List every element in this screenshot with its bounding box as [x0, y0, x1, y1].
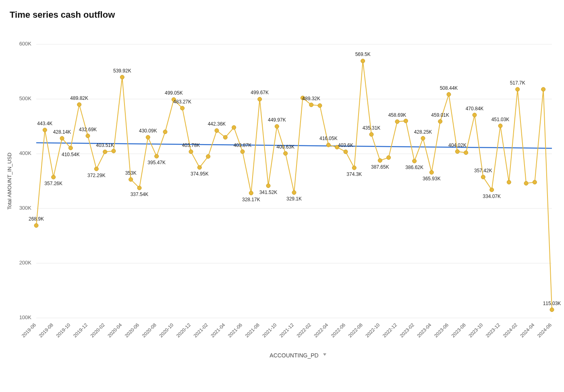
data-label: 334.07K — [483, 194, 501, 199]
data-point[interactable] — [34, 223, 38, 227]
data-point[interactable] — [481, 175, 485, 179]
x-tick-label: 2023-06 — [433, 322, 450, 338]
data-label: 403.78K — [182, 142, 200, 148]
chart-plot-area: 100K200K300K400K500K600K268.9K443.4K357.… — [0, 32, 564, 362]
x-tick-label: 2021-04 — [209, 322, 226, 338]
data-label: 430.09K — [139, 128, 157, 134]
data-point[interactable] — [94, 167, 98, 171]
data-point[interactable] — [387, 156, 391, 160]
data-point[interactable] — [284, 151, 288, 155]
data-point[interactable] — [533, 180, 537, 184]
data-point[interactable] — [197, 165, 201, 169]
x-tick-label: 2023-12 — [485, 322, 501, 338]
data-point[interactable] — [455, 150, 459, 154]
data-point[interactable] — [215, 128, 219, 132]
data-label: 569.5K — [355, 52, 371, 57]
data-point[interactable] — [68, 146, 73, 150]
data-point[interactable] — [507, 180, 511, 184]
data-point[interactable] — [103, 150, 107, 154]
data-point[interactable] — [266, 184, 270, 188]
caret-down-icon — [323, 353, 326, 356]
data-point[interactable] — [206, 155, 210, 159]
data-point[interactable] — [318, 103, 322, 107]
data-label: 400.63K — [276, 144, 294, 150]
data-point[interactable] — [464, 151, 468, 155]
data-point[interactable] — [189, 150, 193, 154]
data-point[interactable] — [524, 181, 528, 185]
data-point[interactable] — [429, 170, 433, 174]
data-point[interactable] — [369, 132, 373, 136]
data-label: 329.1K — [286, 196, 302, 202]
data-label: 387.65K — [371, 164, 389, 170]
data-point[interactable] — [541, 87, 545, 91]
data-label: 115.03K — [543, 301, 561, 306]
data-label: 374.95K — [191, 171, 209, 177]
x-tick-label: 2019-12 — [72, 322, 89, 338]
data-point[interactable] — [249, 191, 253, 195]
data-point[interactable] — [352, 166, 356, 170]
data-point[interactable] — [395, 120, 399, 124]
data-label: 517.7K — [510, 80, 525, 86]
y-axis-title[interactable]: Total AMOUNT_IN_USD — [6, 153, 12, 210]
data-label: 337.54K — [131, 192, 149, 197]
data-label: 353K — [125, 170, 137, 176]
data-point[interactable] — [120, 75, 124, 79]
data-label: 508.44K — [440, 85, 458, 91]
data-point[interactable] — [490, 188, 494, 192]
data-point[interactable] — [155, 154, 159, 158]
data-point[interactable] — [361, 59, 365, 63]
x-tick-label: 2019-06 — [21, 322, 37, 338]
data-point[interactable] — [223, 135, 227, 139]
data-point[interactable] — [60, 136, 64, 140]
x-tick-label: 2024-04 — [519, 322, 535, 338]
x-tick-label: 2022-08 — [347, 322, 364, 338]
data-point[interactable] — [232, 126, 236, 130]
series-line — [36, 61, 552, 309]
data-label: 403.87K — [234, 142, 252, 148]
x-tick-label: 2020-12 — [175, 322, 192, 338]
data-label: 372.29K — [87, 173, 106, 178]
data-point[interactable] — [550, 308, 554, 312]
y-tick-label: 200K — [19, 260, 32, 266]
data-point[interactable] — [241, 150, 245, 154]
data-point[interactable] — [129, 177, 133, 182]
data-label: 395.47K — [147, 160, 166, 165]
data-label: 428.14K — [53, 129, 71, 135]
data-point[interactable] — [344, 150, 348, 154]
data-point[interactable] — [163, 130, 167, 134]
data-point[interactable] — [258, 97, 262, 101]
data-point[interactable] — [438, 120, 442, 124]
data-label: 489.32K — [302, 96, 320, 101]
data-point[interactable] — [378, 159, 382, 163]
data-point[interactable] — [447, 93, 451, 97]
data-label: 489.82K — [70, 95, 88, 101]
data-point[interactable] — [43, 128, 47, 132]
data-point[interactable] — [292, 190, 296, 194]
data-point[interactable] — [52, 175, 56, 179]
data-label: 357.26K — [44, 181, 62, 186]
y-tick-label: 300K — [19, 205, 32, 211]
data-point[interactable] — [137, 186, 141, 190]
data-point[interactable] — [404, 119, 408, 123]
data-label: 386.62K — [405, 165, 423, 170]
x-axis-title[interactable]: ACCOUNTING_PD — [270, 352, 318, 359]
data-point[interactable] — [413, 159, 417, 163]
data-point[interactable] — [146, 135, 150, 139]
data-point[interactable] — [275, 124, 279, 128]
data-label: 449.97K — [268, 117, 286, 123]
data-label: 499.05K — [165, 90, 183, 96]
data-point[interactable] — [309, 103, 313, 107]
data-point[interactable] — [180, 106, 185, 110]
data-point[interactable] — [498, 124, 502, 128]
data-point[interactable] — [421, 136, 425, 140]
data-point[interactable] — [326, 143, 330, 147]
x-tick-label: 2020-10 — [158, 322, 174, 338]
data-point[interactable] — [112, 149, 116, 153]
data-label: 428.25K — [414, 129, 432, 135]
x-tick-label: 2022-12 — [382, 322, 398, 338]
data-label: 403.51K — [96, 142, 114, 148]
data-point[interactable] — [516, 87, 520, 91]
data-point[interactable] — [77, 103, 81, 107]
data-point[interactable] — [86, 134, 90, 138]
data-point[interactable] — [473, 113, 477, 117]
